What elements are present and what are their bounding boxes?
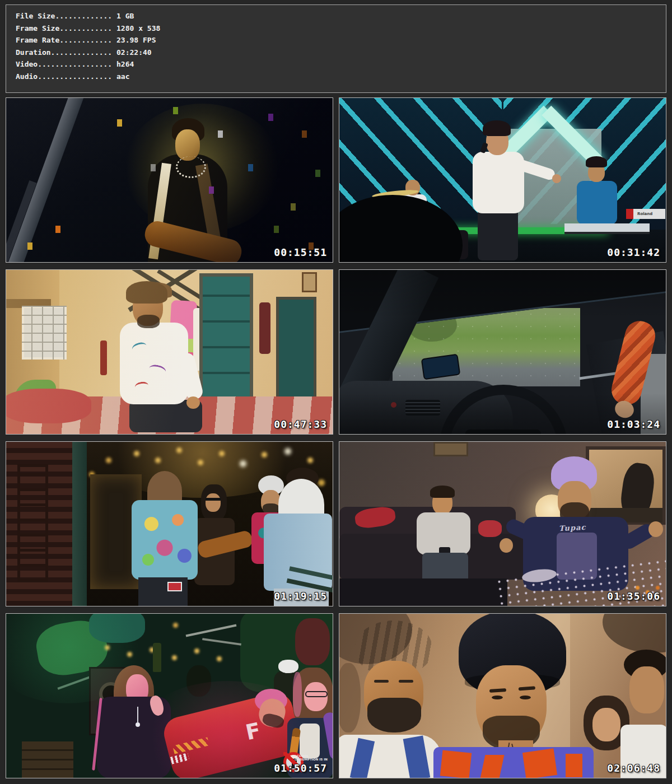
sweater-letter-shape — [566, 754, 582, 777]
tshirt-text: Tupac — [559, 523, 586, 533]
singer-pants — [478, 209, 518, 260]
info-line-frame-rate: Frame Rate............ 23.98 FPS — [16, 34, 666, 46]
shadow-overlay — [6, 98, 333, 262]
bottle — [153, 643, 161, 672]
info-line-video-codec: Video................. h264 — [16, 58, 666, 71]
sunlight-overlay — [6, 270, 333, 434]
graffiti-scribble — [202, 638, 241, 646]
background-woman-face — [592, 708, 620, 741]
info-line-frame-size: Frame Size............ 1280 x 538 — [16, 22, 666, 35]
background-head — [339, 663, 361, 732]
graffiti-blob — [295, 618, 330, 665]
console-leds — [339, 442, 342, 445]
glasses — [305, 691, 328, 697]
info-line-duration: Duration.............. 02:22:40 — [16, 46, 666, 59]
timestamp-overlay: 01:50:57 — [274, 762, 327, 774]
thumbnail-1: 00:15:51 — [6, 97, 333, 263]
seated-man-hair — [430, 486, 455, 498]
paisley-jacket — [132, 500, 198, 580]
dark-corner — [603, 613, 666, 653]
hand — [648, 521, 663, 537]
wall-vent — [433, 442, 468, 456]
thumbnail-8: 02:06:48 — [339, 613, 666, 778]
info-line-file-size: File Size............. 1 GB — [16, 10, 666, 22]
timestamp-overlay: 00:15:51 — [274, 246, 327, 258]
guitarist-face — [206, 493, 221, 512]
thumbnail-3: 00:47:33 — [6, 269, 333, 435]
singer-shirt — [473, 152, 524, 213]
keyboard-red-panel — [626, 209, 633, 219]
hand — [500, 538, 513, 553]
thumbnail-grid: 00:15:51 YAMAHA Roland 00:31:42 — [6, 97, 666, 778]
timestamp-overlay: 01:03:24 — [607, 418, 660, 430]
vignette-overlay — [339, 270, 666, 434]
right-man-face — [629, 666, 664, 713]
sweater-letter-shape — [440, 750, 472, 778]
timestamp-overlay: 00:47:33 — [274, 418, 327, 430]
thumbnail-2: YAMAHA Roland 00:31:42 — [339, 97, 666, 263]
keyboard-brand-label: Roland — [637, 212, 652, 216]
eyebrows — [374, 680, 389, 683]
necklace — [137, 707, 138, 722]
ladder — [17, 464, 48, 582]
red-pocket-patch — [167, 582, 182, 591]
info-line-audio-codec: Audio................. aac — [16, 71, 666, 83]
timestamp-overlay: 01:35:06 — [607, 590, 660, 602]
sweater-letter-shape — [522, 748, 557, 778]
thumbnail-4: 01:03:24 — [339, 269, 666, 435]
eyes — [492, 696, 503, 699]
thumbnail-7: F ALCOHOL CONSUMPTION IS IN 01:50:57 — [6, 613, 333, 778]
singer-hand — [552, 174, 561, 183]
sikh-man-beard — [367, 698, 421, 732]
red-pillow — [478, 520, 502, 537]
guitarist-glasses — [206, 498, 221, 501]
denim-jacket — [264, 514, 332, 591]
studio-floor — [339, 578, 507, 606]
timestamp-overlay: 02:06:48 — [607, 762, 660, 774]
keyboard — [564, 223, 650, 234]
keyboardist-suit — [577, 181, 617, 225]
white-beanie — [278, 660, 298, 673]
thumbnail-6: Tupac 01:35:06 — [339, 441, 666, 606]
keyboardist-hair — [586, 156, 607, 167]
timestamp-overlay: 01:19:15 — [274, 590, 327, 602]
wooden-crate — [22, 741, 73, 778]
thumbnail-5: 01:19:15 — [6, 441, 333, 606]
media-info-panel: File Size............. 1 GB Frame Size..… — [6, 4, 666, 93]
graffiti-scribble — [186, 624, 237, 637]
singer-hair — [483, 120, 511, 136]
teal-post — [72, 442, 87, 606]
timestamp-overlay: 00:31:42 — [607, 246, 660, 258]
